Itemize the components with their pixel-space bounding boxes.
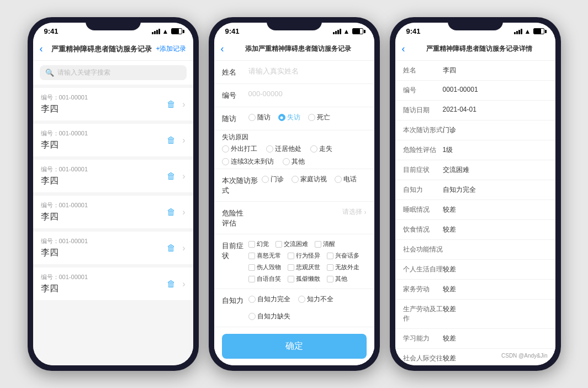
detail-label: 个人生活自理 [403, 265, 443, 274]
lost-reason-section: 失访原因 外出打工 迁居他处 走失 连续3次未到访 其他 [214, 130, 374, 169]
radio-lost[interactable]: 失访 [278, 113, 300, 122]
radio-insight-none[interactable]: 自知力缺失 [248, 312, 290, 321]
form-content: 姓名 请输入真实姓名 编号 000-00000 随访 [214, 61, 374, 365]
back-button-3[interactable]: ‹ [402, 43, 405, 55]
item-name: 李四 [41, 103, 167, 115]
radio-visit[interactable]: 随访 [248, 113, 271, 122]
symptom-talk[interactable]: 自语自笑 [248, 275, 281, 283]
chevron-right-icon[interactable]: › [182, 171, 185, 181]
list-item[interactable]: 编号：001-00001 李四 🗑 › [33, 268, 193, 300]
chevron-right-icon[interactable]: › [182, 279, 185, 289]
search-input-box[interactable]: 🔍 请输入关键字搜索 [40, 65, 187, 80]
symptom-comm[interactable]: 交流困难 [276, 240, 308, 248]
chevron-right-icon[interactable]: › [182, 207, 185, 217]
battery-1 [171, 28, 182, 34]
reason-3times[interactable]: 连续3次未到访 [222, 157, 274, 166]
detail-label: 随访日期 [403, 106, 443, 115]
symptom-excited[interactable]: 兴奋话多 [327, 251, 359, 260]
form-risk-label: 危险性评估 [222, 207, 248, 228]
list-item[interactable]: 编号：001-00001 李四 🗑 › [33, 88, 193, 120]
detail-value: 较差 [443, 205, 548, 214]
reason-work[interactable]: 外出打工 [222, 144, 257, 154]
notch3 [448, 17, 503, 30]
reason-move[interactable]: 迁居他处 [266, 144, 301, 154]
chevron-right-icon[interactable]: › [182, 135, 185, 145]
detail-label: 学习能力 [403, 334, 443, 343]
list-item[interactable]: 编号：001-00001 李四 🗑 › [33, 232, 193, 264]
detail-row: 社会功能情况 [395, 240, 555, 260]
phone3: 9:41 ▲ ‹ 严重精神障碍患者随访服务记录详情 [390, 17, 561, 371]
watermark: CSDN @Andy&Jin [501, 353, 548, 359]
list-item-left: 编号：001-00001 李四 [41, 93, 167, 115]
chevron-right-icon[interactable]: › [182, 243, 185, 253]
item-right: 🗑 › [167, 207, 185, 217]
detail-row: 本次随访形式 门诊 [395, 120, 555, 140]
detail-label: 姓名 [403, 66, 443, 75]
symptom-weird[interactable]: 行为怪异 [288, 251, 320, 260]
battery-2 [352, 28, 363, 34]
detail-row: 编号 0001-00001 [395, 81, 555, 101]
radio-home[interactable]: 家庭访视 [292, 175, 327, 184]
detail-label: 编号 [403, 86, 443, 95]
signal-2 [333, 29, 341, 34]
symptom-wander[interactable]: 无故外走 [327, 263, 359, 271]
delete-icon[interactable]: 🗑 [167, 171, 176, 181]
phone3-inner: 9:41 ▲ ‹ 严重精神障碍患者随访服务记录详情 [395, 23, 555, 365]
header-title-2: 添加严重精神障碍患者随访服务记录 [229, 44, 368, 54]
item-id: 编号：001-00001 [41, 201, 167, 209]
delete-icon[interactable]: 🗑 [167, 99, 176, 109]
risk-select[interactable]: 请选择 › [248, 207, 367, 217]
radio-clinic[interactable]: 门诊 [262, 175, 284, 184]
phone2-content: 姓名 请输入真实姓名 编号 000-00000 随访 [214, 61, 374, 365]
form-id-input[interactable]: 000-00000 [248, 90, 283, 98]
add-record-button[interactable]: +添加记录 [156, 44, 186, 54]
detail-row: 饮食情况 较差 [395, 220, 555, 240]
detail-row: 危险性评估 1级 [395, 140, 555, 160]
list-item-left: 编号：001-00001 李四 [41, 129, 167, 151]
delete-icon[interactable]: 🗑 [167, 135, 176, 145]
delete-icon[interactable]: 🗑 [167, 243, 176, 253]
phone1-inner: 9:41 ▲ ‹ 严重精神障碍患者随访服务记录 + [33, 23, 193, 365]
visittype-radio-group: 门诊 家庭访视 电话 [262, 175, 357, 184]
detail-label: 睡眠情况 [403, 205, 443, 214]
symptom-clear[interactable]: 清醒 [315, 240, 335, 248]
item-name: 李四 [41, 139, 167, 151]
list-item[interactable]: 编号：001-00001 李四 🗑 › [33, 160, 193, 192]
delete-icon[interactable]: 🗑 [167, 207, 176, 217]
symptom-hurt[interactable]: 伤人毁物 [248, 263, 281, 271]
reason-lost[interactable]: 走失 [310, 144, 332, 154]
confirm-button[interactable]: 确定 [222, 334, 367, 359]
detail-label: 饮食情况 [403, 225, 443, 234]
detail-label: 社会功能情况 [403, 245, 443, 254]
insight-radio-group: 自知力完全 知力不全 自知力缺失 [248, 295, 367, 321]
radio-death-circle [308, 114, 315, 121]
symptom-mood[interactable]: 喜怒无常 [248, 251, 281, 260]
reason-other[interactable]: 其他 [283, 157, 305, 166]
list-item[interactable]: 编号：001-00001 李四 🗑 › [33, 196, 193, 228]
radio-insight-partial[interactable]: 知力不全 [298, 295, 333, 304]
back-button-2[interactable]: ‹ [221, 43, 224, 55]
detail-label: 社会人际交往 [403, 354, 443, 363]
chevron-right-icon[interactable]: › [182, 99, 185, 109]
symptom-pessimism[interactable]: 悲观厌世 [288, 263, 320, 271]
header-3: ‹ 严重精神障碍患者随访服务记录详情 [395, 38, 555, 61]
battery-3 [533, 28, 544, 34]
item-name: 李四 [41, 211, 167, 223]
symptom-hallucination[interactable]: 幻觉 [248, 240, 269, 248]
radio-death-label: 死亡 [317, 113, 330, 122]
radio-lost-label: 失访 [287, 113, 300, 122]
delete-icon[interactable]: 🗑 [167, 279, 176, 289]
phone2-inner: 9:41 ▲ ‹ 添加严重精神障碍患者随访服务记录 [214, 23, 374, 365]
radio-death[interactable]: 死亡 [308, 113, 330, 122]
radio-insight-full[interactable]: 自知力完全 [248, 295, 290, 304]
symptom-lazy[interactable]: 孤僻懒散 [288, 275, 320, 283]
back-button-1[interactable]: ‹ [40, 43, 43, 55]
list-item-left: 编号：001-00001 李四 [41, 237, 167, 259]
radio-phone[interactable]: 电话 [335, 175, 357, 184]
signal-1 [152, 29, 160, 34]
item-right: 🗑 › [167, 171, 185, 181]
list-item[interactable]: 编号：001-00001 李四 🗑 › [33, 124, 193, 156]
detail-row: 个人生活自理 较差 [395, 260, 555, 280]
form-name-input[interactable]: 请输入真实姓名 [248, 66, 299, 76]
symptom-other[interactable]: 其他 [327, 275, 347, 283]
